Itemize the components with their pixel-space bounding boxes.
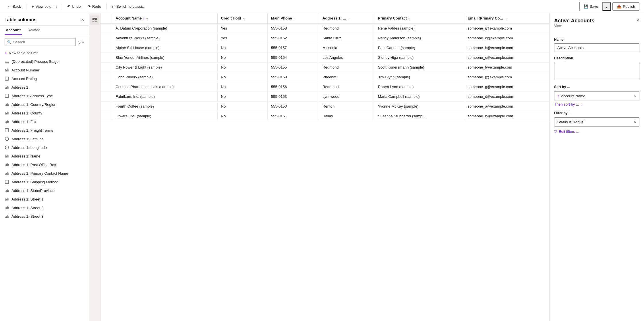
icon-sidebar-columns-button[interactable] — [90, 15, 99, 25]
column-item-col-address-1-pobox[interactable]: ab Address 1: Post Office Box — [0, 160, 89, 169]
col-label: Address 1: Post Office Box — [11, 163, 56, 167]
col-type-icon: ab — [5, 205, 9, 210]
col-label: Address 1 — [11, 85, 28, 90]
th-address-1[interactable]: Address 1: ...⌄ — [319, 13, 374, 24]
name-field[interactable] — [554, 43, 639, 52]
col-header-label: Address 1: ... — [322, 16, 346, 20]
switch-label: Switch to classic — [116, 4, 144, 9]
tabs: Account Related — [0, 26, 89, 35]
svg-rect-11 — [5, 129, 9, 132]
cell-address: Phoenix — [319, 72, 374, 82]
cell-email: someone_c@example.com — [464, 33, 549, 43]
main-layout: Table columns × Account Related 🔍 ▽ ⌄ + … — [0, 13, 644, 321]
column-item-col-account-rating[interactable]: Account Rating — [0, 74, 89, 83]
svg-rect-23 — [92, 19, 94, 20]
column-item-col-address-1-fax[interactable]: ab Address 1: Fax — [0, 117, 89, 126]
then-sort-button[interactable]: Then sort by ... ⌄ — [554, 102, 583, 106]
description-field[interactable] — [554, 62, 639, 80]
redo-button[interactable]: ↷ Redo — [85, 3, 104, 10]
search-input[interactable] — [13, 40, 73, 44]
table-row[interactable]: Alpine Ski House (sample) No 555-0157 Mi… — [100, 43, 549, 53]
column-item-col-address-1-name[interactable]: ab Address 1: Name — [0, 152, 89, 160]
filter-remove-button[interactable]: × — [634, 120, 636, 124]
table-body: A. Datum Corporation (sample) Yes 555-01… — [100, 24, 549, 121]
publish-button[interactable]: 📤 Publish — [612, 2, 639, 11]
th-email[interactable]: Email (Primary Co...⌄ — [464, 13, 549, 24]
right-panel-close-button[interactable]: × — [636, 18, 639, 23]
cell-email: someone_h@example.com — [464, 43, 549, 53]
save-split-button[interactable]: ⌄ — [602, 2, 611, 11]
col-label: Address 1: Street 1 — [11, 197, 43, 201]
table-row[interactable]: Adventure Works (sample) Yes 555-0152 Sa… — [100, 33, 549, 43]
column-item-col-address-1-primary-contact[interactable]: ab Address 1: Primary Contact Name — [0, 169, 89, 178]
col-type-icon: ab — [5, 119, 9, 124]
col-filter-icon: ⌄ — [504, 16, 507, 20]
column-item-col-address-1-latitude[interactable]: Address 1: Latitude — [0, 135, 89, 143]
col-filter-icon: ⌄ — [408, 16, 411, 20]
description-field-label: Description — [554, 56, 639, 60]
cell-address: Renton — [319, 102, 374, 111]
back-button[interactable]: ← Back — [5, 3, 24, 10]
column-item-col-address-1-country[interactable]: ab Address 1: Country/Region — [0, 100, 89, 109]
table-row[interactable]: Fabrikam, Inc. (sample) No 555-0153 Lynn… — [100, 92, 549, 102]
table-row[interactable]: Coho Winery (sample) No 555-0159 Phoenix… — [100, 72, 549, 82]
table-row[interactable]: Litware, Inc. (sample) No 555-0151 Dalla… — [100, 111, 549, 121]
cell-primary-contact: Robert Lyon (sample) — [374, 82, 464, 92]
column-item-col-address-1-street1[interactable]: ab Address 1: Street 1 — [0, 195, 89, 203]
th-account-name[interactable]: Account Name↑⌄ — [112, 13, 217, 24]
cell-primary-contact: Maria Campbell (sample) — [374, 92, 464, 102]
columns-list: (Deprecated) Process Stage ab Account Nu… — [0, 57, 89, 321]
cell-account-name: Fourth Coffee (sample) — [112, 102, 217, 111]
column-item-col-account-number[interactable]: ab Account Number — [0, 66, 89, 74]
svg-rect-7 — [5, 94, 9, 98]
column-item-col-address-1-freight[interactable]: Address 1: Freight Terms — [0, 126, 89, 135]
column-item-col-address-1[interactable]: ab Address 1 — [0, 83, 89, 92]
col-type-icon — [5, 128, 9, 133]
column-item-col-address-1-shipping[interactable]: Address 1: Shipping Method — [0, 178, 89, 186]
cell-address: Lynnwood — [319, 92, 374, 102]
table-row[interactable]: A. Datum Corporation (sample) Yes 555-01… — [100, 24, 549, 33]
column-item-col-address-1-street2[interactable]: ab Address 1: Street 2 — [0, 203, 89, 212]
filter-button[interactable]: ▽ ⌄ — [78, 40, 84, 44]
cell-address: Dallas — [319, 111, 374, 121]
svg-text:ab: ab — [5, 68, 9, 72]
cell-credit-hold: No — [217, 82, 268, 92]
data-grid[interactable]: Account Name↑⌄Credit Hold⌄Main Phone⌄Add… — [100, 13, 549, 321]
th-main-phone[interactable]: Main Phone⌄ — [268, 13, 319, 24]
filter-chevron-icon: ⌄ — [82, 40, 84, 44]
cell-primary-contact: Nancy Anderson (sample) — [374, 33, 464, 43]
tab-account[interactable]: Account — [5, 26, 22, 35]
edit-filters-button[interactable]: ▽ Edit filters ... — [554, 128, 579, 135]
column-item-col-address-1-county[interactable]: ab Address 1: County — [0, 109, 89, 117]
svg-rect-3 — [5, 63, 9, 63]
view-column-button[interactable]: + View column — [29, 2, 59, 11]
column-item-col-address-1-type[interactable]: Address 1: Address Type — [0, 92, 89, 100]
table-row[interactable]: Blue Yonder Airlines (sample) No 555-015… — [100, 53, 549, 63]
cell-main-phone: 555-0154 — [268, 53, 319, 63]
column-item-col-address-1-street3[interactable]: ab Address 1: Street 3 — [0, 212, 89, 221]
svg-rect-0 — [5, 60, 9, 60]
column-item-col-deprecated-process[interactable]: (Deprecated) Process Stage — [0, 57, 89, 66]
cell-credit-hold: No — [217, 43, 268, 53]
th-credit-hold[interactable]: Credit Hold⌄ — [217, 13, 268, 24]
table-row[interactable]: Contoso Pharmaceuticals (sample) No 555-… — [100, 82, 549, 92]
new-column-button[interactable]: + New table column — [0, 49, 89, 57]
cell-main-phone: 555-0150 — [268, 102, 319, 111]
switch-classic-button[interactable]: ⇄ Switch to classic — [109, 3, 146, 10]
cell-primary-contact: Yvonne McKay (sample) — [374, 102, 464, 111]
th-primary-contact[interactable]: Primary Contact⌄ — [374, 13, 464, 24]
save-button[interactable]: 💾 Save — [580, 2, 603, 11]
cell-account-name: Blue Yonder Airlines (sample) — [112, 53, 217, 63]
column-item-col-address-1-state[interactable]: ab Address 1: State/Province — [0, 186, 89, 195]
table-row[interactable]: City Power & Light (sample) No 555-0155 … — [100, 63, 549, 72]
column-item-col-address-1-longitude[interactable]: Address 1: Longitude — [0, 143, 89, 152]
table-row[interactable]: Fourth Coffee (sample) No 555-0150 Rento… — [100, 102, 549, 111]
undo-button[interactable]: ↶ Undo — [64, 3, 84, 10]
tab-related[interactable]: Related — [26, 26, 42, 35]
sort-remove-button[interactable]: × — [634, 94, 636, 98]
cell-main-phone: 555-0157 — [268, 43, 319, 53]
svg-text:ab: ab — [5, 154, 9, 158]
edit-filters-icon: ▽ — [554, 129, 557, 134]
col-header-label: Email (Primary Co... — [468, 16, 503, 20]
panel-close-button[interactable]: × — [81, 17, 84, 22]
